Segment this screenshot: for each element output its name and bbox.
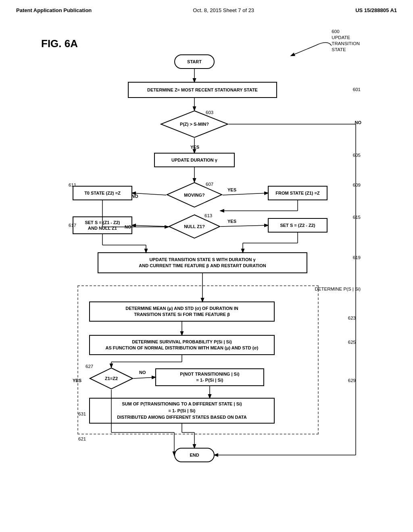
ref-615: 615 [353, 215, 361, 220]
ref-611: 611 [69, 183, 76, 187]
no-627: NO [139, 370, 146, 375]
yes-607: YES [227, 187, 236, 192]
yes-627: YES [73, 378, 81, 383]
diamond-627: Z1=Z2 [89, 367, 133, 390]
no-603: NO [355, 120, 362, 125]
end-node: END [174, 448, 215, 462]
diagram-area: FIG. 6A 600 UPDATE TRANSITION STATE STAR… [41, 25, 372, 489]
ref-600: 600 UPDATE TRANSITION STATE [332, 29, 360, 53]
box-605: UPDATE DURATION γ [154, 153, 235, 167]
ref-605: 605 [353, 153, 361, 158]
diamond-613: NULL Z1? [168, 214, 221, 239]
page-header: Patent Application Publication Oct. 8, 2… [0, 0, 413, 17]
box-619: UPDATE TRANSITION STATE S WITH DURATION … [98, 252, 307, 273]
box-617: SET S = (Z1 - Z2) AND NULL Z1 [73, 216, 132, 234]
svg-line-17 [221, 225, 268, 227]
box-625: DETERMINE SURVIVAL PROBABILITY P(Si | Si… [89, 335, 275, 355]
ref-617: 617 [69, 223, 76, 228]
box-629: P(NOT TRANSITIONING | Si)= 1- P(Si | Si) [155, 368, 264, 386]
ref-621: 621 [78, 436, 86, 441]
start-node: START [174, 54, 215, 69]
ref-619: 619 [353, 255, 361, 260]
box-609: FROM STATE (Z1) =Z [268, 186, 327, 200]
svg-line-38 [291, 46, 315, 56]
ref-629: 629 [348, 378, 356, 383]
ref-609: 609 [353, 183, 361, 187]
box-623: DETERMINE MEAN (μ) AND STD (σ) OF DURATI… [89, 301, 275, 322]
diamond-603: P(Z) > S-MIN? [160, 110, 229, 138]
header-left: Patent Application Publication [16, 7, 92, 13]
ref-623: 623 [348, 316, 356, 320]
box-631: SUM OF P(TRANSITIONING TO A DIFFERENT ST… [89, 398, 275, 424]
box-611: T0 STATE (Z2) =Z [73, 186, 132, 200]
yes-613: YES [227, 219, 236, 224]
svg-line-11 [223, 193, 268, 195]
svg-line-18 [132, 225, 168, 227]
determine-ps-label: DETERMINE P(S | Si) [315, 287, 361, 291]
diamond-607: MOVING? [166, 182, 223, 208]
ref-601: 601 [353, 87, 361, 92]
no-613: NO [125, 224, 131, 229]
ref-631: 631 [78, 411, 86, 416]
box-601: DETERMINE Z= MOST RECENT STATIONARY STAT… [128, 82, 277, 98]
no-607: NO [131, 194, 138, 199]
yes-603: YES [190, 145, 199, 150]
fig-label: FIG. 6A [41, 37, 78, 50]
box-615: SET S = (Z2 - Z2) [268, 218, 327, 233]
ref-625: 625 [348, 340, 356, 345]
header-center: Oct. 8, 2015 Sheet 7 of 23 [193, 7, 254, 13]
header-right: US 15/288805 A1 [355, 7, 397, 13]
